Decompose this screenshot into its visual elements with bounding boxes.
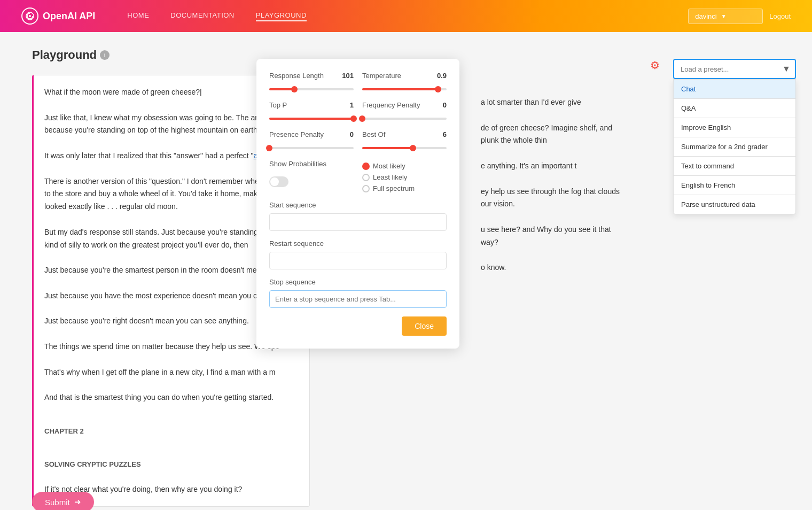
- gear-icon[interactable]: ⚙: [650, 59, 660, 72]
- response-length-label: Response Length: [269, 72, 324, 80]
- show-prob-toggle[interactable]: [269, 176, 288, 187]
- top-p-label: Top P: [269, 101, 287, 109]
- frequency-penalty-slider[interactable]: [362, 118, 447, 120]
- radio-most-likely-label: Most likely: [373, 162, 405, 170]
- radio-group: Most likely Least likely Full spectrum: [362, 162, 447, 192]
- show-prob-left: Show Probabilities: [269, 160, 354, 201]
- nav: HOME DOCUMENTATION PLAYGROUND: [127, 11, 688, 21]
- settings-mid-row: Top P 1 Frequency Penalty 0: [269, 101, 447, 130]
- presence-penalty-slider[interactable]: [269, 147, 354, 149]
- editor-line-11: And that is the smartest thing you can d…: [44, 391, 299, 404]
- chapter-subheading: SOLVING CRYPTIC PUZZLES: [44, 459, 299, 470]
- settings-modal: Response Length 101 Temperature 0.9: [256, 59, 459, 349]
- settings-lower-row: Presence Penalty 0 Best Of 6: [269, 130, 447, 160]
- nav-documentation[interactable]: DOCUMENTATION: [170, 11, 234, 21]
- radio-least-likely-label: Least likely: [373, 173, 407, 181]
- temperature-section: Temperature 0.9: [362, 72, 447, 101]
- right-text-5: u see here? and Why do you see it that w…: [481, 223, 620, 249]
- model-name: davinci: [695, 12, 716, 20]
- main-content: Playground i What if the moon were made …: [0, 32, 812, 510]
- preset-dropdown: Chat Q&A Improve English Summarize for a…: [673, 79, 796, 214]
- presence-penalty-row: Presence Penalty 0: [269, 130, 354, 138]
- header-right: davinci ▼ Logout: [688, 9, 791, 24]
- best-of-value: 6: [443, 130, 447, 138]
- close-button[interactable]: Close: [402, 316, 447, 336]
- temperature-slider[interactable]: [362, 88, 447, 90]
- modal-footer: Close: [269, 316, 447, 336]
- start-sequence-input[interactable]: [269, 213, 447, 231]
- preset-item-chat[interactable]: Chat: [674, 80, 795, 98]
- stop-sequence-input[interactable]: [269, 290, 447, 308]
- preset-item-text-to-command[interactable]: Text to command: [674, 157, 795, 175]
- info-icon[interactable]: i: [100, 50, 110, 60]
- right-text-6: o know.: [481, 261, 620, 274]
- frequency-penalty-section: Frequency Penalty 0: [362, 101, 447, 130]
- model-selector[interactable]: davinci ▼: [688, 9, 763, 24]
- submit-label: Submit: [45, 498, 70, 507]
- preset-item-summarize[interactable]: Summarize for a 2nd grader: [674, 137, 795, 156]
- response-length-value: 101: [342, 72, 354, 80]
- model-chevron-icon: ▼: [721, 13, 727, 19]
- top-p-value: 1: [350, 101, 354, 109]
- show-prob-section: Show Probabilities Most likely Least lik…: [269, 160, 447, 201]
- top-p-slider[interactable]: [269, 118, 354, 120]
- frequency-penalty-label: Frequency Penalty: [362, 101, 420, 109]
- response-length-section: Response Length 101: [269, 72, 354, 101]
- best-of-label: Best Of: [362, 130, 385, 138]
- presence-penalty-value: 0: [350, 130, 354, 138]
- page-title: Playground: [32, 48, 97, 62]
- preset-item-english-to-french[interactable]: English to French: [674, 176, 795, 195]
- logo: OpenAI API: [21, 7, 95, 25]
- radio-least-likely[interactable]: Least likely: [362, 173, 447, 181]
- radio-least-likely-circle: [362, 174, 370, 181]
- temperature-label: Temperature: [362, 72, 401, 80]
- show-prob-label: Show Probabilities: [269, 160, 326, 168]
- nav-playground[interactable]: PLAYGROUND: [256, 11, 307, 21]
- temperature-value: 0.9: [437, 72, 447, 80]
- radio-full-spectrum-circle: [362, 185, 370, 192]
- presence-penalty-section: Presence Penalty 0: [269, 130, 354, 160]
- start-sequence-label: Start sequence: [269, 201, 447, 209]
- top-p-section: Top P 1: [269, 101, 354, 130]
- nav-home[interactable]: HOME: [127, 11, 149, 21]
- preset-area: ▼ Chat Q&A Improve English Summarize for…: [673, 59, 796, 214]
- best-of-section: Best Of 6: [362, 130, 447, 160]
- right-text-3: e anything. It's an important t: [481, 160, 620, 173]
- submit-button[interactable]: Submit ➜: [32, 492, 94, 510]
- logout-button[interactable]: Logout: [769, 12, 791, 20]
- radio-most-likely[interactable]: Most likely: [362, 162, 447, 170]
- preset-item-improve-english[interactable]: Improve English: [674, 118, 795, 137]
- restart-sequence-label: Restart sequence: [269, 239, 447, 248]
- svg-point-1: [29, 15, 31, 17]
- temperature-row: Temperature 0.9: [362, 72, 447, 80]
- frequency-penalty-row: Frequency Penalty 0: [362, 101, 447, 109]
- response-length-row: Response Length 101: [269, 72, 354, 80]
- restart-sequence-input[interactable]: [269, 252, 447, 269]
- preset-item-qa[interactable]: Q&A: [674, 99, 795, 118]
- right-text-4: ey help us see through the fog that clou…: [481, 186, 620, 211]
- settings-top-row: Response Length 101 Temperature 0.9: [269, 72, 447, 101]
- right-text-area: a lot smarter than I'd ever give de of g…: [470, 86, 630, 285]
- show-prob-row: Show Probabilities: [269, 160, 354, 168]
- best-of-row: Best Of 6: [362, 130, 447, 138]
- right-text-1: a lot smarter than I'd ever give: [481, 96, 620, 109]
- logo-icon: [21, 7, 38, 25]
- response-length-slider[interactable]: [269, 88, 354, 90]
- presence-penalty-label: Presence Penalty: [269, 130, 324, 138]
- right-text-2: de of green cheese? Imagine shelf, and p…: [481, 122, 620, 148]
- logo-text: OpenAI API: [43, 11, 95, 22]
- editor-line-10: That's why when I get off the plane in a…: [44, 366, 299, 379]
- preset-input[interactable]: [674, 60, 777, 78]
- radio-most-likely-circle: [362, 163, 370, 170]
- radio-full-spectrum[interactable]: Full spectrum: [362, 184, 447, 192]
- chapter-heading: CHAPTER 2: [44, 426, 299, 437]
- submit-arrow-icon: ➜: [74, 497, 81, 507]
- page-title-area: Playground i: [32, 48, 110, 62]
- preset-item-parse-unstructured[interactable]: Parse unstructured data: [674, 195, 795, 214]
- header: OpenAI API HOME DOCUMENTATION PLAYGROUND…: [0, 0, 812, 32]
- preset-chevron-icon[interactable]: ▼: [777, 60, 796, 78]
- radio-full-spectrum-label: Full spectrum: [373, 184, 415, 192]
- frequency-penalty-value: 0: [443, 101, 447, 109]
- top-p-row: Top P 1: [269, 101, 354, 109]
- best-of-slider[interactable]: [362, 147, 447, 149]
